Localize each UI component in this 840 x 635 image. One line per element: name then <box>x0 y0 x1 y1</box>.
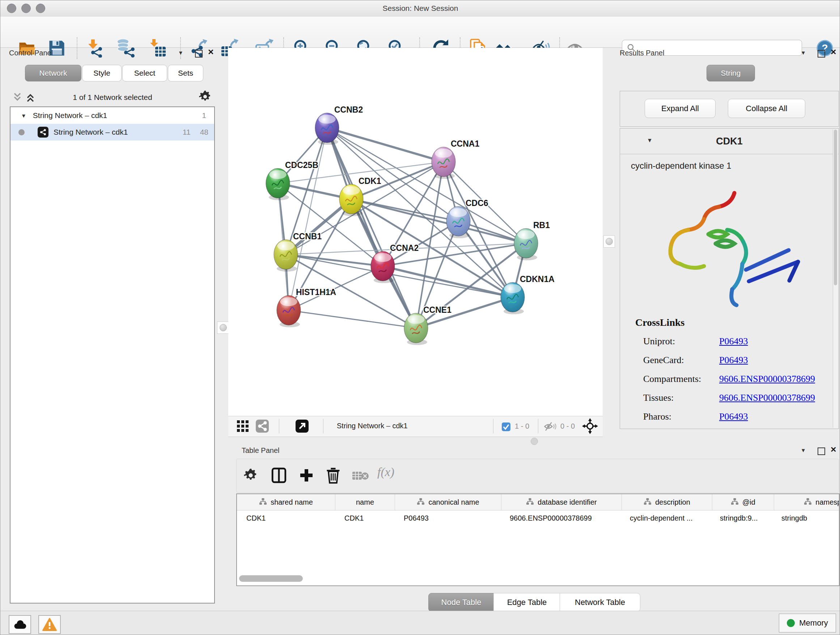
gene-description: cyclin-dependent kinase 1 <box>631 161 731 171</box>
column-header[interactable]: namespace <box>774 494 840 510</box>
crosslink-link[interactable]: 9606.ENSP00000378699 <box>719 393 815 403</box>
column-header[interactable]: name <box>335 494 395 510</box>
memory-button[interactable]: Memory <box>779 614 836 632</box>
tab-string[interactable]: String <box>706 65 755 81</box>
table-gear-icon[interactable] <box>243 468 258 483</box>
network-edge[interactable] <box>289 310 416 328</box>
tab-node-table[interactable]: Node Table <box>428 593 494 612</box>
table-cell[interactable]: CDK1 <box>237 514 335 523</box>
float-table-panel-icon[interactable] <box>818 448 825 455</box>
grid-view-icon[interactable] <box>236 420 249 432</box>
string-network-icon <box>38 127 49 138</box>
crosslink-link[interactable]: P06493 <box>719 355 748 366</box>
selected-checkbox-icon[interactable] <box>502 423 510 431</box>
network-collection-row[interactable]: ▼ String Network – cdk1 1 <box>11 107 214 124</box>
gear-icon[interactable] <box>199 90 212 103</box>
column-header[interactable]: description <box>622 494 712 510</box>
table-cell[interactable]: CDK1 <box>335 514 394 523</box>
table-cell[interactable]: P06493 <box>394 514 500 523</box>
import-table-icon[interactable] <box>148 39 167 57</box>
float-panel-icon[interactable] <box>195 50 202 57</box>
import-network-icon[interactable] <box>85 39 104 57</box>
collapse-all-networks-icon[interactable] <box>13 92 22 103</box>
crosshair-icon[interactable] <box>582 418 598 434</box>
import-database-icon[interactable] <box>117 39 135 57</box>
add-column-icon[interactable] <box>299 468 314 483</box>
column-type-icon <box>644 498 652 507</box>
column-header[interactable]: canonical name <box>395 494 501 510</box>
results-panel-title: Results Panel <box>620 49 664 57</box>
network-node-rb1[interactable]: RB1 <box>514 220 550 260</box>
title-bar: Session: New Session <box>0 0 840 17</box>
column-type-icon <box>804 498 812 507</box>
crosslink-link[interactable]: 9606.ENSP00000378699 <box>719 374 815 385</box>
network-edge[interactable] <box>327 128 444 162</box>
collapse-results-icon[interactable]: ▼ <box>801 50 806 56</box>
table-row[interactable]: CDK1CDK1P064939606.ENSP00000378699cyclin… <box>237 510 839 526</box>
network-edge[interactable] <box>289 128 327 310</box>
tab-edge-table[interactable]: Edge Table <box>493 593 561 612</box>
close-results-icon[interactable]: ✕ <box>830 48 837 57</box>
crosslink-link[interactable]: P06493 <box>719 336 748 347</box>
toolbar-separator <box>77 37 77 59</box>
table-cell[interactable]: stringdb <box>772 514 840 523</box>
collapse-all-button[interactable]: Collapse All <box>728 99 805 118</box>
right-splitter-handle[interactable] <box>603 235 615 248</box>
node-label: HIST1H1A <box>296 287 336 297</box>
cloud-icon <box>13 619 27 630</box>
tab-style[interactable]: Style <box>82 65 122 81</box>
network-node-ccna1[interactable]: CCNA1 <box>431 139 479 179</box>
share-view-icon[interactable] <box>256 420 269 432</box>
show-columns-icon[interactable] <box>271 467 287 483</box>
delete-column-icon[interactable] <box>325 467 341 484</box>
string-network-graph[interactable]: CCNB2CCNA1CDC25BCDK1CDC6RB1CCNB1CCNA2CDK… <box>228 48 603 416</box>
table-cell[interactable]: 9606.ENSP00000378699 <box>500 514 621 523</box>
tab-sets[interactable]: Sets <box>168 65 203 81</box>
expand-all-networks-icon[interactable] <box>26 92 35 103</box>
network-row-selected[interactable]: String Network – cdk1 11 48 <box>11 124 214 141</box>
tab-network[interactable]: Network <box>25 65 81 81</box>
results-scrollbar[interactable] <box>833 129 838 428</box>
crosslink-link[interactable]: P06493 <box>719 411 748 422</box>
network-edge[interactable] <box>351 199 526 243</box>
cloud-button[interactable] <box>9 615 31 634</box>
warning-button[interactable] <box>38 615 61 634</box>
tree-expand-icon[interactable]: ▼ <box>21 112 27 119</box>
left-splitter-handle[interactable] <box>217 321 229 334</box>
float-results-icon[interactable] <box>818 50 825 57</box>
hidden-eye-icon[interactable] <box>544 421 557 432</box>
column-header[interactable]: @id <box>712 494 774 510</box>
table-hscrollbar[interactable] <box>239 575 303 582</box>
tab-network-table[interactable]: Network Table <box>560 593 640 612</box>
collection-label: String Network – cdk1 <box>33 111 107 120</box>
network-edge[interactable] <box>327 128 526 243</box>
cytoscape-window: Session: New Session <box>0 0 840 635</box>
node-table[interactable]: shared namenamecanonical namedatabase id… <box>236 494 840 586</box>
column-header[interactable]: database identifier <box>501 494 622 510</box>
column-type-icon <box>417 498 425 507</box>
birdseye-icon[interactable] <box>295 420 309 432</box>
close-panel-icon[interactable]: ✕ <box>208 48 214 57</box>
crosslink-label: Uniprot: <box>643 336 719 347</box>
network-tree: ▼ String Network – cdk1 1 String Network… <box>10 106 215 603</box>
tab-select[interactable]: Select <box>122 65 167 81</box>
network-node-cdkn1a[interactable]: CDKN1A <box>501 274 554 314</box>
collection-count: 1 <box>202 111 206 120</box>
network-edge[interactable] <box>327 128 416 328</box>
delete-table-icon <box>352 470 369 482</box>
network-node-hist1h1a[interactable]: HIST1H1A <box>277 287 336 327</box>
network-edge[interactable] <box>286 255 383 266</box>
network-node-ccne1[interactable]: CCNE1 <box>404 305 452 345</box>
horizontal-splitter-handle[interactable] <box>531 438 538 445</box>
collapse-table-panel-icon[interactable]: ▼ <box>801 447 806 453</box>
crosslink-row: Tissues:9606.ENSP00000378699 <box>643 388 824 407</box>
table-cell[interactable]: stringdb:9... <box>711 514 772 523</box>
collapse-panel-icon[interactable]: ▼ <box>178 50 183 56</box>
expand-all-button[interactable]: Expand All <box>645 99 715 118</box>
network-canvas[interactable]: CCNB2CCNA1CDC25BCDK1CDC6RB1CCNB1CCNA2CDK… <box>228 48 603 416</box>
table-cell[interactable]: cyclin-dependent ... <box>621 514 711 523</box>
memory-label: Memory <box>799 618 828 628</box>
close-table-panel-icon[interactable]: ✕ <box>830 445 837 454</box>
network-node-ccna2[interactable]: CCNA2 <box>371 243 418 283</box>
column-header[interactable]: shared name <box>237 494 335 510</box>
